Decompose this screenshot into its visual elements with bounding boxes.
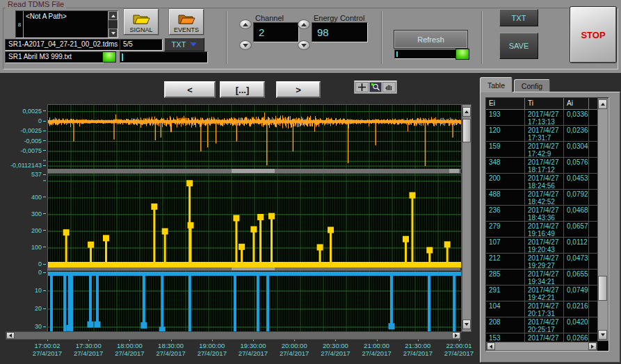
y-tick-label: 537 [31, 171, 46, 178]
table-row[interactable]: 2122017/4/2719:29:270,0473 [486, 254, 598, 270]
table-cell: 159 [486, 142, 525, 157]
table-cell: 0,0236 [564, 126, 589, 141]
x-tick-label: 18:30:0027/4/2017 [156, 342, 185, 357]
events-button[interactable]: EVENTS [169, 9, 204, 35]
table-row[interactable]: 1592017/4/2717:42:90,0304 [486, 142, 598, 158]
save-button[interactable]: SAVE [499, 33, 538, 59]
scroll-down-icon[interactable] [598, 330, 607, 340]
table-cell: 2017/4/2718:24:56 [525, 174, 564, 189]
zoom-tool-button[interactable] [369, 82, 382, 92]
signal-button[interactable]: SIGNAL [124, 9, 159, 35]
table-cell: 0,0792 [564, 190, 589, 205]
txt-button[interactable]: TXT [499, 9, 538, 26]
table-row[interactable]: 2082017/4/2720:25:170,0420 [486, 317, 598, 333]
energy-label: Energy Control [314, 14, 364, 22]
x-tick-label: 21:00:0027/4/2017 [362, 342, 391, 357]
stop-button[interactable]: STOP [570, 7, 616, 63]
next-button[interactable]: > [276, 81, 321, 98]
energy-stepper[interactable] [298, 19, 310, 40]
signal-button-label: SIGNAL [129, 26, 152, 33]
table-cell: 153 [486, 333, 525, 342]
x-tick-label: 19:00:0027/4/2017 [197, 342, 227, 357]
crosshair-tool-button[interactable] [355, 82, 369, 92]
y-tick-label: -0,0025 [20, 127, 46, 134]
column-header-ai[interactable]: Ai [564, 98, 589, 110]
y-tick-label: 300 [31, 210, 46, 217]
pan-tool-button[interactable] [382, 82, 396, 92]
table-cell: 0,0336 [564, 110, 589, 125]
table-row[interactable]: 1532017/4/2721:19:50,0266 [486, 333, 598, 342]
channel-stepper[interactable] [239, 19, 252, 40]
app-window: Read TDMS File 8 <Not A Path> SIGNAL [0, 0, 621, 364]
table-cell: 2017/4/2719:42:21 [525, 286, 564, 301]
scroll-up-icon[interactable] [598, 99, 607, 109]
scroll-right-icon[interactable] [588, 342, 597, 350]
table-cell: 2017/4/2717:13:13 [525, 110, 564, 125]
plot-event-duration[interactable] [47, 270, 462, 333]
table-cell: 279 [486, 222, 525, 237]
y-tick-label: -0,0112143 [10, 162, 46, 169]
table-cell: 2017/4/2718:17:12 [525, 158, 564, 173]
graph-vscrollbar[interactable] [462, 104, 471, 332]
y-tick-label [42, 180, 46, 181]
decrement-icon[interactable] [298, 40, 310, 50]
y-tick-label: 100 [31, 244, 46, 251]
table-row[interactable]: 2792017/4/2719:16:490,0657 [486, 222, 598, 238]
txt-file-field[interactable]: SR1 Abril M3 999.txt [5, 51, 104, 63]
table-cell: 0,0304 [564, 142, 589, 157]
table-row[interactable]: 1202017/4/2717:31:70,0236 [486, 126, 598, 142]
scrollbar-thumb[interactable] [598, 276, 607, 301]
plot-event-energy[interactable] [47, 173, 462, 268]
scrollbar-thumb[interactable] [462, 119, 471, 142]
tab-config[interactable]: Config [514, 79, 550, 92]
table-row[interactable]: 1932017/4/2717:13:130,0336 [486, 110, 598, 126]
y-tick-label: 20 [35, 305, 46, 312]
column-header-ei[interactable]: Ei [486, 98, 525, 110]
listbox-scrollbar[interactable] [108, 11, 118, 38]
tab-table[interactable]: Table [480, 77, 513, 92]
scroll-left-icon[interactable] [487, 342, 495, 350]
x-tick-label: 20:30:0027/4/2017 [321, 342, 350, 357]
jump-button[interactable]: [...] [220, 81, 265, 98]
table-cell: 2017/4/2717:42:9 [525, 142, 564, 157]
table-row[interactable]: 1072017/4/2719:20:430,0112 [486, 238, 598, 254]
table-cell: 193 [486, 110, 525, 125]
table-row[interactable]: 4882017/4/2718:42:520,0792 [486, 190, 598, 206]
tdms-file-field[interactable]: SR1-A2017_04_27-21_00_02.tdms [5, 39, 120, 51]
prev-button[interactable]: < [164, 81, 216, 98]
scroll-up-icon[interactable] [462, 107, 471, 117]
column-header-ti[interactable]: Ti [525, 98, 564, 110]
events-button-label: EVENTS [174, 26, 199, 33]
scroll-down-icon[interactable] [108, 28, 118, 38]
scroll-up-icon[interactable] [108, 11, 118, 20]
energy-value[interactable]: 98 [312, 22, 368, 42]
scroll-left-icon[interactable] [6, 332, 15, 339]
plot-signal-waveform[interactable] [47, 104, 462, 169]
table-vscrollbar[interactable] [597, 98, 608, 341]
table-cell: 0,0749 [564, 286, 589, 301]
table-row[interactable]: 2852017/4/2719:34:210,0655 [486, 270, 598, 286]
format-dropdown[interactable]: TXT [164, 38, 204, 51]
table-row[interactable]: 2362017/4/2718:43:360,0468 [486, 206, 598, 222]
tdms-path-value: <Not A Path> [26, 13, 67, 20]
table-row[interactable]: 1042017/4/2720:17:310,0216 [486, 301, 598, 317]
channel-value[interactable]: 2 [253, 22, 299, 42]
increment-icon[interactable] [298, 19, 310, 29]
folder-signal-icon [132, 13, 150, 26]
graph-hscrollbar[interactable] [6, 331, 461, 340]
table-row[interactable]: 2002017/4/2718:24:560,0453 [486, 174, 598, 190]
refresh-button[interactable]: Refresh [394, 30, 468, 49]
table-row[interactable]: 2912017/4/2719:42:210,0749 [486, 286, 598, 301]
scroll-down-icon[interactable] [462, 320, 471, 329]
x-tick-label: 18:00:0027/4/2017 [115, 342, 144, 357]
table-row[interactable]: 3482017/4/2718:17:120,0576 [486, 158, 598, 174]
table-hscrollbar[interactable] [486, 342, 597, 351]
increment-icon[interactable] [239, 19, 252, 29]
tdms-path-listbox[interactable]: 8 <Not A Path> [15, 10, 118, 38]
table-cell: 2017/4/2718:42:52 [525, 190, 564, 205]
decrement-icon[interactable] [239, 40, 252, 50]
y-tick-label: 10 [35, 287, 46, 294]
table-cell: 0,0655 [564, 270, 589, 285]
refresh-progress-field [394, 49, 457, 59]
scroll-right-icon[interactable] [452, 332, 460, 339]
